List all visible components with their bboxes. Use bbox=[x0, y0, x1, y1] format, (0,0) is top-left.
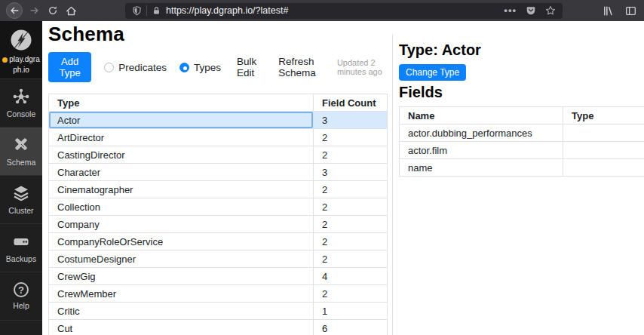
sidebar-item-backups[interactable]: Backups bbox=[0, 224, 42, 272]
browser-back-button[interactable] bbox=[6, 2, 23, 19]
table-cell[interactable]: 1 bbox=[314, 303, 388, 320]
table-header-row: TypeField Count bbox=[49, 94, 388, 112]
url-bar[interactable]: https://play.dgraph.io/?latest# ••• bbox=[125, 3, 563, 19]
main-content: Schema Add Type Predicates Types Bulk Ed… bbox=[42, 21, 644, 335]
predicates-radio-label: Predicates bbox=[118, 62, 167, 73]
table-cell[interactable]: 3 bbox=[314, 164, 388, 181]
table-cell[interactable]: 3 bbox=[314, 112, 388, 129]
table-cell[interactable]: 4 bbox=[314, 268, 388, 285]
table-row[interactable]: CrewGig4 bbox=[49, 268, 388, 285]
connection-status-dot bbox=[2, 57, 8, 63]
table-row[interactable]: CastingDirector2 bbox=[49, 146, 388, 164]
radio-checked-icon bbox=[179, 63, 189, 72]
sidebar-item-console[interactable]: Console bbox=[0, 79, 42, 128]
table-cell[interactable]: Cut bbox=[49, 320, 314, 335]
help-question-icon: ? bbox=[14, 282, 29, 297]
fields-heading: Fields bbox=[399, 84, 644, 101]
schema-panel: Schema Add Type Predicates Types Bulk Ed… bbox=[42, 21, 392, 335]
table-cell[interactable]: 2 bbox=[314, 181, 388, 198]
sidebar-item-help[interactable]: ? Help bbox=[0, 272, 42, 321]
sidebar-item-label: Help bbox=[13, 301, 29, 310]
bookmark-star-icon[interactable] bbox=[545, 5, 556, 16]
sidebar-item-label: Cluster bbox=[8, 206, 33, 215]
types-table: TypeField CountActor3ArtDirector2Casting… bbox=[48, 94, 388, 335]
table-cell[interactable]: 2 bbox=[314, 250, 388, 268]
table-cell[interactable] bbox=[563, 142, 644, 159]
types-radio[interactable]: Types bbox=[179, 62, 221, 73]
browser-toolbar: https://play.dgraph.io/?latest# ••• bbox=[0, 0, 644, 21]
table-cell[interactable]: 2 bbox=[314, 198, 388, 216]
table-header-row: NameType bbox=[400, 107, 644, 124]
dgraph-logo-icon bbox=[10, 29, 32, 51]
console-graph-icon bbox=[12, 88, 30, 106]
table-row[interactable]: Collection2 bbox=[49, 198, 388, 216]
last-updated-text: Updated 2 minutes ago bbox=[337, 58, 392, 76]
url-bar-divider bbox=[146, 5, 147, 16]
radio-unchecked-icon bbox=[104, 63, 114, 72]
table-row[interactable]: CompanyRoleOrService2 bbox=[49, 233, 388, 250]
table-cell[interactable]: 6 bbox=[314, 320, 388, 335]
table-row[interactable]: Critic1 bbox=[49, 303, 388, 320]
table-row[interactable]: CrewMember2 bbox=[49, 285, 388, 303]
url-text[interactable]: https://play.dgraph.io/?latest# bbox=[166, 5, 498, 16]
page-actions-icon[interactable]: ••• bbox=[504, 7, 517, 14]
table-cell[interactable]: CostumeDesigner bbox=[49, 250, 314, 268]
schema-toolbar: Add Type Predicates Types Bulk Edit Refr… bbox=[48, 52, 392, 82]
table-row[interactable]: Cinematographer2 bbox=[49, 181, 388, 198]
page-title: Schema bbox=[48, 23, 392, 46]
table-cell[interactable]: Company bbox=[49, 216, 314, 233]
table-cell[interactable]: CompanyRoleOrService bbox=[49, 233, 314, 250]
browser-reload-button[interactable] bbox=[48, 5, 58, 16]
table-cell[interactable] bbox=[563, 124, 644, 142]
table-row[interactable]: Character3 bbox=[49, 164, 388, 181]
tracking-protection-shield-icon[interactable] bbox=[132, 6, 142, 16]
sidebar-item-schema[interactable]: Schema bbox=[0, 128, 42, 176]
table-cell[interactable]: 2 bbox=[314, 129, 388, 146]
table-row[interactable]: Company2 bbox=[49, 216, 388, 233]
table-row[interactable]: name bbox=[400, 159, 644, 177]
table-row[interactable]: Actor3 bbox=[49, 112, 388, 129]
table-cell[interactable]: Character bbox=[49, 164, 314, 181]
table-cell[interactable]: 2 bbox=[314, 233, 388, 250]
table-cell[interactable]: Actor bbox=[49, 112, 314, 129]
type-detail-panel: Type: Actor Change Type Fields NameTypea… bbox=[392, 34, 644, 335]
table-cell[interactable]: 2 bbox=[314, 146, 388, 164]
table-cell[interactable]: CrewMember bbox=[49, 285, 314, 303]
bulk-edit-button[interactable]: Bulk Edit bbox=[237, 56, 262, 78]
table-row[interactable]: Cut6 bbox=[49, 320, 388, 335]
schema-tools-icon bbox=[12, 136, 30, 154]
predicates-radio[interactable]: Predicates bbox=[104, 62, 167, 73]
table-cell[interactable]: Collection bbox=[49, 198, 314, 216]
table-row[interactable]: actor.film bbox=[400, 142, 644, 159]
sidebar-item-cluster[interactable]: Cluster bbox=[0, 176, 42, 224]
table-cell[interactable]: 2 bbox=[314, 285, 388, 303]
https-lock-icon bbox=[152, 6, 161, 15]
table-row[interactable]: CostumeDesigner2 bbox=[49, 250, 388, 268]
table-cell[interactable]: ArtDirector bbox=[49, 129, 314, 146]
table-row[interactable]: actor.dubbing_performances bbox=[400, 124, 644, 142]
table-cell[interactable]: CrewGig bbox=[49, 268, 314, 285]
table-cell[interactable]: actor.dubbing_performances bbox=[400, 124, 563, 142]
refresh-schema-button[interactable]: Refresh Schema bbox=[278, 56, 327, 78]
table-cell[interactable] bbox=[563, 159, 644, 177]
library-icon[interactable] bbox=[603, 5, 614, 17]
change-type-button[interactable]: Change Type bbox=[399, 64, 466, 81]
backups-drive-icon bbox=[12, 232, 30, 250]
browser-forward-button[interactable] bbox=[29, 5, 40, 16]
browser-home-button[interactable] bbox=[66, 5, 77, 17]
table-row[interactable]: ArtDirector2 bbox=[49, 129, 388, 146]
table-cell[interactable]: Cinematographer bbox=[49, 181, 314, 198]
table-cell[interactable]: actor.film bbox=[400, 142, 563, 159]
column-header: Type bbox=[49, 94, 314, 112]
table-cell[interactable]: Critic bbox=[49, 303, 314, 320]
table-cell[interactable]: CastingDirector bbox=[49, 146, 314, 164]
sidebar-brand[interactable]: play.dgraph.io bbox=[0, 21, 42, 79]
table-cell[interactable]: name bbox=[400, 159, 563, 177]
forward-arrow-icon bbox=[29, 5, 40, 16]
table-cell[interactable]: 2 bbox=[314, 216, 388, 233]
cluster-layers-icon bbox=[12, 184, 30, 202]
home-icon bbox=[66, 5, 77, 17]
pocket-icon[interactable] bbox=[526, 5, 536, 16]
sidebar-toggle-icon[interactable] bbox=[625, 5, 636, 17]
add-type-button[interactable]: Add Type bbox=[48, 52, 91, 82]
